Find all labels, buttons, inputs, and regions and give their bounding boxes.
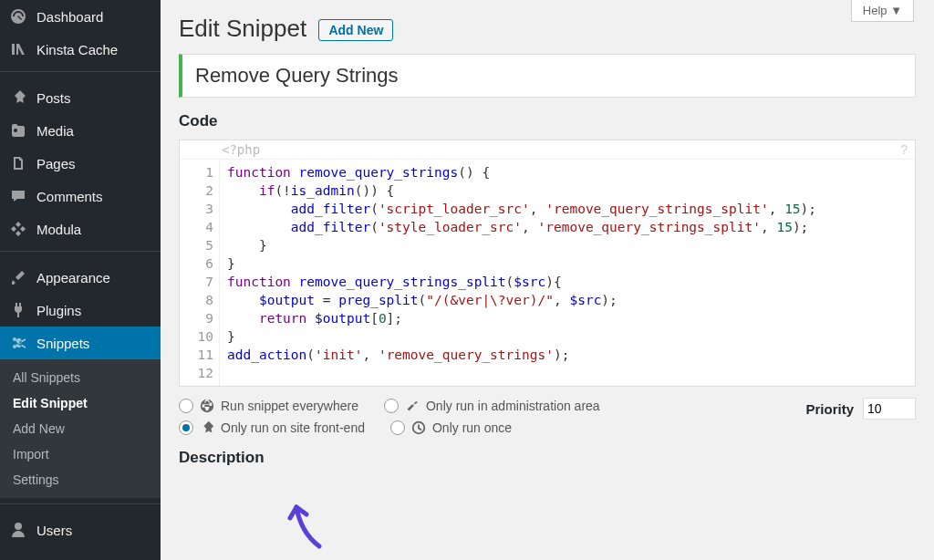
sidebar-item-modula[interactable]: Modula — [0, 213, 161, 245]
code-section-heading: Code — [179, 112, 916, 130]
code-placeholder-tag: <?php — [180, 140, 915, 160]
snippet-title-field[interactable]: Remove Query Strings — [179, 54, 916, 98]
run-option-everywhere[interactable]: Run snippet everywhere — [179, 398, 358, 414]
kinsta-icon — [9, 40, 27, 58]
sidebar-item-snippets[interactable]: Snippets — [0, 327, 161, 359]
sidebar-item-users[interactable]: Users — [0, 513, 161, 546]
sidebar-item-media[interactable]: Media — [0, 114, 161, 147]
plug-icon — [9, 301, 27, 319]
page-title: Edit Snippet Add New — [179, 15, 916, 43]
sidebar-subitem[interactable]: Settings — [0, 467, 161, 493]
line-gutter: 123456789101112 — [180, 160, 220, 386]
sidebar-item-appearance[interactable]: Appearance — [0, 261, 161, 294]
code-editor[interactable]: <?php ? 123456789101112 function remove_… — [179, 140, 916, 387]
pages-icon — [9, 154, 27, 172]
comment-icon — [9, 187, 27, 205]
sidebar-submenu: All SnippetsEdit SnippetAdd NewImportSet… — [0, 359, 161, 498]
sidebar-item-pages[interactable]: Pages — [0, 147, 161, 180]
clock-icon — [410, 420, 427, 436]
radio-icon — [384, 399, 399, 413]
pin-icon — [199, 420, 215, 436]
code-content[interactable]: function remove_query_strings() { if(!is… — [220, 160, 915, 386]
sidebar-subitem[interactable]: Edit Snippet — [0, 390, 161, 416]
sidebar-item-dashboard[interactable]: Dashboard — [0, 0, 161, 33]
priority-label: Priority — [805, 401, 854, 417]
code-help-icon[interactable]: ? — [900, 142, 908, 157]
modula-icon — [9, 220, 27, 238]
main-content: Help ▼ Edit Snippet Add New Remove Query… — [161, 0, 934, 560]
radio-icon — [179, 420, 193, 435]
globe-icon — [199, 398, 215, 414]
admin-sidebar: DashboardKinsta CachePostsMediaPagesComm… — [0, 0, 161, 560]
sidebar-item-comments[interactable]: Comments — [0, 180, 161, 213]
wrench-icon — [404, 398, 420, 414]
sidebar-item-plugins[interactable]: Plugins — [0, 294, 161, 327]
pin-icon — [9, 88, 27, 107]
help-tab[interactable]: Help ▼ — [851, 0, 914, 22]
media-icon — [9, 121, 27, 140]
run-option-once[interactable]: Only run once — [390, 420, 512, 436]
page-heading-text: Edit Snippet — [179, 15, 306, 42]
run-option-admin[interactable]: Only run in administration area — [384, 398, 600, 414]
run-scope-options: Run snippet everywhereOnly run in admini… — [179, 398, 690, 436]
sidebar-item-kinsta[interactable]: Kinsta Cache — [0, 33, 161, 66]
sidebar-item-posts[interactable]: Posts — [0, 81, 161, 114]
sidebar-subitem[interactable]: Add New — [0, 416, 161, 441]
description-section-heading: Description — [179, 449, 916, 467]
brush-icon — [9, 268, 27, 286]
add-new-button[interactable]: Add New — [318, 19, 393, 41]
sidebar-subitem[interactable]: All Snippets — [0, 365, 161, 390]
radio-icon — [179, 399, 193, 413]
user-icon — [9, 521, 27, 539]
scissors-icon — [9, 334, 27, 352]
priority-input[interactable] — [863, 398, 916, 420]
dashboard-icon — [9, 7, 27, 26]
radio-icon — [390, 420, 405, 435]
sidebar-subitem[interactable]: Import — [0, 441, 161, 467]
run-option-frontend[interactable]: Only run on site front-end — [179, 420, 365, 436]
snippet-title-text: Remove Query Strings — [195, 64, 902, 88]
